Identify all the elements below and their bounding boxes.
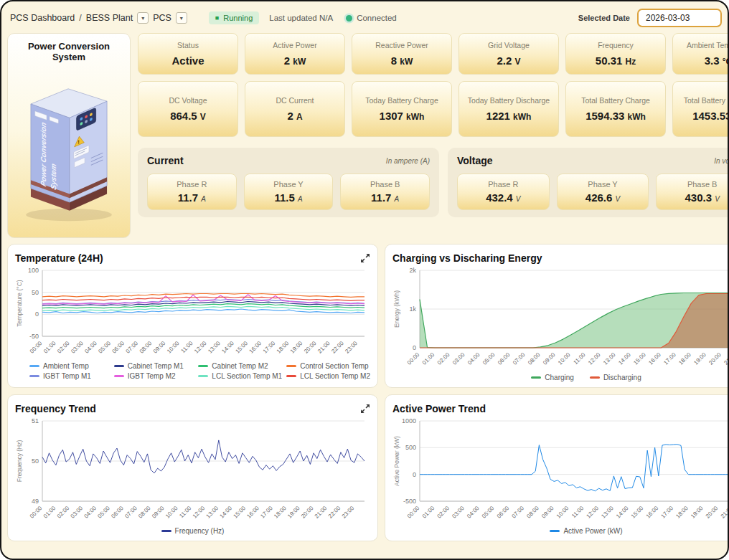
svg-text:21:00: 21:00	[316, 340, 331, 355]
plant-dropdown-chevron-icon[interactable]: ▾	[137, 12, 149, 24]
metric-label: Reactive Power	[357, 41, 447, 51]
svg-text:13:00: 13:00	[602, 351, 617, 366]
active-power-chart[interactable]: -5000500100000:0001:0002:0003:0004:0005:…	[392, 417, 729, 523]
svg-text:14:00: 14:00	[219, 505, 234, 520]
svg-text:06:00: 06:00	[111, 340, 126, 355]
metric-label: DC Current	[250, 96, 340, 106]
active-power-legend: Active Power (kW)	[392, 527, 729, 535]
running-label: Running	[223, 14, 253, 22]
frequency-chart[interactable]: 49505100:0001:0002:0003:0004:0005:0006:0…	[15, 417, 370, 523]
svg-text:11:00: 11:00	[178, 505, 192, 519]
svg-text:01:00: 01:00	[42, 340, 57, 355]
svg-text:00:00: 00:00	[29, 505, 44, 520]
svg-text:12:00: 12:00	[587, 351, 602, 366]
legend-item[interactable]: LCL Section Temp M1	[198, 372, 282, 380]
svg-text:17:00: 17:00	[259, 505, 274, 520]
svg-text:!: !	[77, 139, 80, 146]
legend-item[interactable]: Cabinet Temp M1	[114, 362, 184, 370]
pcs-device-card: Power Conversion System Power Conversion…	[7, 33, 131, 238]
svg-text:00:00: 00:00	[406, 351, 421, 366]
metric-card-dc-current: DC Current 2 A	[245, 81, 345, 137]
svg-text:03:00: 03:00	[451, 505, 466, 520]
metric-value: 864.5 V	[143, 110, 233, 122]
svg-text:00:00: 00:00	[406, 505, 421, 520]
svg-text:Frequency (Hz): Frequency (Hz)	[16, 440, 23, 483]
metric-value: 1221 kWh	[464, 110, 554, 122]
svg-text:09:00: 09:00	[151, 505, 166, 520]
svg-text:1k: 1k	[409, 305, 416, 313]
selected-date-label: Selected Date	[578, 14, 630, 22]
expand-icon[interactable]	[360, 253, 370, 263]
svg-text:00:00: 00:00	[29, 340, 44, 355]
breadcrumb-separator: /	[79, 13, 81, 23]
date-picker-input[interactable]: 2026-03-03	[637, 9, 722, 27]
svg-text:21:00: 21:00	[723, 351, 729, 366]
breadcrumb-root[interactable]: PCS Dashboard	[10, 13, 75, 23]
energy-chart[interactable]: 01k2k00:0001:0002:0003:0004:0005:0006:00…	[392, 266, 729, 369]
svg-text:500: 500	[405, 444, 416, 451]
legend-item[interactable]: IGBT Temp M2	[114, 372, 176, 380]
svg-text:11:00: 11:00	[573, 351, 587, 366]
svg-text:10:00: 10:00	[557, 351, 572, 366]
svg-text:05:00: 05:00	[481, 505, 496, 520]
legend-item[interactable]: Control Section Temp	[286, 362, 368, 370]
breadcrumb-device[interactable]: PCS	[153, 13, 171, 23]
metrics-grid-row1: Status Active Active Power 2 kW Reactive…	[138, 33, 729, 75]
current-panel: Current In ampere (A) Phase R 11.7 A Pha…	[138, 148, 439, 217]
svg-text:06:00: 06:00	[497, 351, 512, 366]
legend-item[interactable]: Charging	[531, 374, 574, 381]
svg-text:03:00: 03:00	[70, 505, 85, 520]
legend-item[interactable]: Discharging	[590, 374, 641, 381]
temperature-chart[interactable]: -5005010000:0001:0002:0003:0004:0005:000…	[15, 266, 370, 358]
legend-item[interactable]: IGBT Temp M1	[29, 372, 91, 380]
svg-text:07:00: 07:00	[123, 505, 138, 520]
svg-text:02:00: 02:00	[436, 351, 451, 366]
svg-text:13:00: 13:00	[205, 505, 220, 520]
legend-item[interactable]: Cabinet Temp M2	[198, 362, 268, 370]
metric-card-status: Status Active	[138, 33, 238, 75]
svg-text:1000: 1000	[402, 417, 416, 424]
svg-text:Active Power (kW): Active Power (kW)	[393, 436, 400, 486]
pcs-dashboard-window: PCS Dashboard / BESS Plant ▾ PCS ▾ ■ Run…	[0, 0, 729, 560]
svg-text:10:00: 10:00	[166, 340, 181, 355]
legend-item[interactable]: LCL Section Temp M2	[286, 372, 370, 380]
metric-value: Active	[143, 54, 233, 67]
svg-text:15:00: 15:00	[630, 505, 645, 520]
svg-text:01:00: 01:00	[421, 505, 436, 520]
svg-text:Power Conversion: Power Conversion	[39, 121, 47, 188]
svg-text:09:00: 09:00	[152, 340, 167, 355]
voltage-phase-b-card: Phase B 430.3 V	[656, 174, 729, 210]
svg-text:100: 100	[28, 267, 39, 274]
svg-text:02:00: 02:00	[56, 340, 71, 355]
svg-text:17:00: 17:00	[262, 340, 277, 355]
voltage-phase-y-card: Phase Y 426.6 V	[557, 174, 649, 210]
svg-text:16:00: 16:00	[248, 340, 263, 355]
energy-legend: ChargingDischarging	[392, 374, 729, 381]
metric-value: 2 kW	[250, 54, 340, 67]
legend-item[interactable]: Ambient Temp	[29, 362, 89, 370]
svg-text:22:00: 22:00	[327, 505, 342, 520]
svg-text:-50: -50	[29, 333, 39, 340]
svg-text:21:00: 21:00	[720, 505, 729, 520]
current-phase-y-card: Phase Y 11.5 A	[244, 174, 334, 210]
connected-label: Connected	[357, 14, 397, 22]
active-power-chart-title: Active Power Trend	[392, 403, 486, 414]
metric-value: 8 kW	[357, 54, 447, 67]
svg-text:16:00: 16:00	[645, 505, 660, 520]
svg-text:20:00: 20:00	[300, 505, 315, 520]
legend-item[interactable]: Active Power (kW)	[550, 527, 622, 535]
legend-item[interactable]: Frequency (Hz)	[161, 527, 225, 535]
device-dropdown-chevron-icon[interactable]: ▾	[176, 12, 187, 24]
voltage-panel: Voltage In volts (V) Phase R 432.4 V Pha…	[448, 148, 729, 217]
metric-card-dc-voltage: DC Voltage 864.5 V	[138, 81, 238, 137]
voltage-panel-note: In volts (V)	[714, 157, 729, 165]
metric-value: 2.2 V	[464, 54, 554, 67]
current-phase-b-card: Phase B 11.7 A	[340, 174, 430, 210]
expand-icon[interactable]	[360, 404, 370, 414]
metric-label: Total Battery Discharge	[677, 96, 729, 106]
svg-text:12:00: 12:00	[585, 505, 600, 520]
breadcrumb-plant[interactable]: BESS Plant	[86, 13, 133, 23]
svg-text:06:00: 06:00	[110, 505, 125, 520]
svg-text:05:00: 05:00	[96, 505, 111, 520]
frequency-chart-title: Frequency Trend	[15, 403, 96, 414]
